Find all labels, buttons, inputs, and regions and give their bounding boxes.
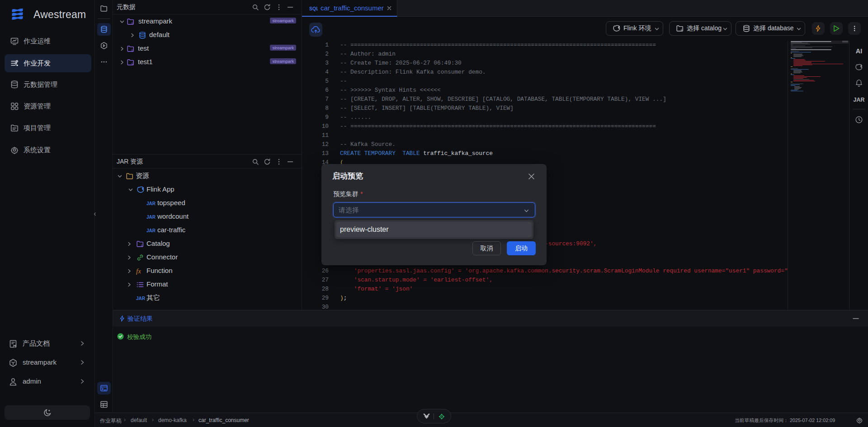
svg-text:SQL: SQL (309, 6, 318, 11)
svg-text:JAR: JAR (146, 201, 156, 206)
svg-text:JAR: JAR (146, 228, 156, 233)
svg-text:JAR: JAR (146, 215, 156, 220)
svg-text:JAR: JAR (136, 296, 145, 301)
svg-text:fx: fx (136, 267, 141, 275)
